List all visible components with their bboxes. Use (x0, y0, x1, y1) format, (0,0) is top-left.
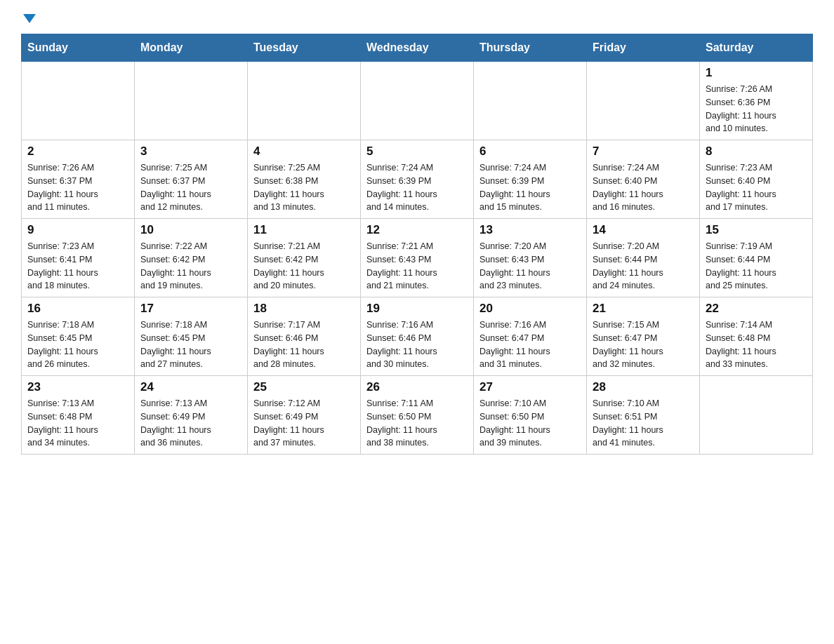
day-number: 23 (27, 380, 128, 394)
calendar-cell: 17Sunrise: 7:18 AM Sunset: 6:45 PM Dayli… (135, 297, 248, 376)
calendar-week-row: 16Sunrise: 7:18 AM Sunset: 6:45 PM Dayli… (22, 297, 813, 376)
calendar-cell: 5Sunrise: 7:24 AM Sunset: 6:39 PM Daylig… (361, 140, 474, 219)
day-info: Sunrise: 7:17 AM Sunset: 6:46 PM Dayligh… (253, 318, 355, 371)
calendar-cell (587, 62, 700, 140)
calendar-cell: 25Sunrise: 7:12 AM Sunset: 6:49 PM Dayli… (248, 376, 361, 455)
calendar-cell (248, 62, 361, 140)
calendar-cell: 20Sunrise: 7:16 AM Sunset: 6:47 PM Dayli… (474, 297, 587, 376)
calendar-cell: 3Sunrise: 7:25 AM Sunset: 6:37 PM Daylig… (135, 140, 248, 219)
day-number: 22 (706, 302, 807, 316)
day-info: Sunrise: 7:21 AM Sunset: 6:43 PM Dayligh… (366, 240, 468, 293)
calendar-cell: 6Sunrise: 7:24 AM Sunset: 6:39 PM Daylig… (474, 140, 587, 219)
day-info: Sunrise: 7:12 AM Sunset: 6:49 PM Dayligh… (253, 397, 355, 450)
calendar-cell: 27Sunrise: 7:10 AM Sunset: 6:50 PM Dayli… (474, 376, 587, 455)
day-number: 19 (366, 302, 468, 316)
day-number: 12 (366, 223, 468, 237)
day-number: 7 (593, 145, 694, 159)
day-number: 28 (593, 380, 694, 394)
weekday-header-sunday: Sunday (22, 34, 135, 62)
day-info: Sunrise: 7:13 AM Sunset: 6:49 PM Dayligh… (140, 397, 241, 450)
day-info: Sunrise: 7:19 AM Sunset: 6:44 PM Dayligh… (706, 240, 807, 293)
calendar-cell: 24Sunrise: 7:13 AM Sunset: 6:49 PM Dayli… (135, 376, 248, 455)
day-info: Sunrise: 7:23 AM Sunset: 6:41 PM Dayligh… (27, 240, 128, 293)
day-info: Sunrise: 7:24 AM Sunset: 6:40 PM Dayligh… (593, 161, 694, 214)
logo-general (21, 14, 36, 27)
calendar-week-row: 2Sunrise: 7:26 AM Sunset: 6:37 PM Daylig… (22, 140, 813, 219)
day-number: 14 (593, 223, 694, 237)
calendar-week-row: 9Sunrise: 7:23 AM Sunset: 6:41 PM Daylig… (22, 219, 813, 297)
calendar-cell: 11Sunrise: 7:21 AM Sunset: 6:42 PM Dayli… (248, 219, 361, 297)
day-info: Sunrise: 7:10 AM Sunset: 6:51 PM Dayligh… (593, 397, 694, 450)
calendar-cell: 16Sunrise: 7:18 AM Sunset: 6:45 PM Dayli… (22, 297, 135, 376)
calendar-cell: 1Sunrise: 7:26 AM Sunset: 6:36 PM Daylig… (700, 62, 813, 140)
day-number: 18 (253, 302, 355, 316)
day-info: Sunrise: 7:18 AM Sunset: 6:45 PM Dayligh… (140, 318, 241, 371)
calendar-cell: 9Sunrise: 7:23 AM Sunset: 6:41 PM Daylig… (22, 219, 135, 297)
calendar-cell: 12Sunrise: 7:21 AM Sunset: 6:43 PM Dayli… (361, 219, 474, 297)
day-number: 6 (479, 145, 581, 159)
day-number: 8 (706, 145, 807, 159)
calendar-cell (135, 62, 248, 140)
day-info: Sunrise: 7:20 AM Sunset: 6:43 PM Dayligh… (479, 240, 581, 293)
calendar-cell: 22Sunrise: 7:14 AM Sunset: 6:48 PM Dayli… (700, 297, 813, 376)
calendar-cell: 28Sunrise: 7:10 AM Sunset: 6:51 PM Dayli… (587, 376, 700, 455)
day-info: Sunrise: 7:26 AM Sunset: 6:37 PM Dayligh… (27, 161, 128, 214)
weekday-header-tuesday: Tuesday (248, 34, 361, 62)
weekday-header-thursday: Thursday (474, 34, 587, 62)
calendar-cell: 26Sunrise: 7:11 AM Sunset: 6:50 PM Dayli… (361, 376, 474, 455)
day-number: 27 (479, 380, 581, 394)
day-info: Sunrise: 7:26 AM Sunset: 6:36 PM Dayligh… (706, 83, 807, 135)
day-info: Sunrise: 7:16 AM Sunset: 6:46 PM Dayligh… (366, 318, 468, 371)
day-number: 10 (140, 223, 241, 237)
calendar-week-row: 23Sunrise: 7:13 AM Sunset: 6:48 PM Dayli… (22, 376, 813, 455)
day-info: Sunrise: 7:24 AM Sunset: 6:39 PM Dayligh… (366, 161, 468, 214)
logo (21, 14, 36, 27)
day-number: 17 (140, 302, 241, 316)
day-number: 20 (479, 302, 581, 316)
day-info: Sunrise: 7:23 AM Sunset: 6:40 PM Dayligh… (706, 161, 807, 214)
weekday-header-row: SundayMondayTuesdayWednesdayThursdayFrid… (22, 34, 813, 62)
day-number: 13 (479, 223, 581, 237)
calendar-cell (474, 62, 587, 140)
day-info: Sunrise: 7:15 AM Sunset: 6:47 PM Dayligh… (593, 318, 694, 371)
day-info: Sunrise: 7:10 AM Sunset: 6:50 PM Dayligh… (479, 397, 581, 450)
day-number: 16 (27, 302, 128, 316)
weekday-header-monday: Monday (135, 34, 248, 62)
day-info: Sunrise: 7:13 AM Sunset: 6:48 PM Dayligh… (27, 397, 128, 450)
calendar-cell: 14Sunrise: 7:20 AM Sunset: 6:44 PM Dayli… (587, 219, 700, 297)
day-info: Sunrise: 7:24 AM Sunset: 6:39 PM Dayligh… (479, 161, 581, 214)
calendar-cell: 4Sunrise: 7:25 AM Sunset: 6:38 PM Daylig… (248, 140, 361, 219)
calendar-cell: 19Sunrise: 7:16 AM Sunset: 6:46 PM Dayli… (361, 297, 474, 376)
day-info: Sunrise: 7:25 AM Sunset: 6:37 PM Dayligh… (140, 161, 241, 214)
day-number: 9 (27, 223, 128, 237)
calendar-cell (361, 62, 474, 140)
calendar-cell (700, 376, 813, 455)
day-number: 15 (706, 223, 807, 237)
weekday-header-saturday: Saturday (700, 34, 813, 62)
day-info: Sunrise: 7:21 AM Sunset: 6:42 PM Dayligh… (253, 240, 355, 293)
day-number: 11 (253, 223, 355, 237)
weekday-header-wednesday: Wednesday (361, 34, 474, 62)
calendar-cell (22, 62, 135, 140)
day-info: Sunrise: 7:20 AM Sunset: 6:44 PM Dayligh… (593, 240, 694, 293)
day-number: 1 (706, 66, 807, 80)
page-header (21, 14, 813, 27)
calendar-cell: 8Sunrise: 7:23 AM Sunset: 6:40 PM Daylig… (700, 140, 813, 219)
day-number: 25 (253, 380, 355, 394)
calendar-cell: 15Sunrise: 7:19 AM Sunset: 6:44 PM Dayli… (700, 219, 813, 297)
logo-arrow-icon (23, 14, 36, 23)
day-number: 21 (593, 302, 694, 316)
day-info: Sunrise: 7:16 AM Sunset: 6:47 PM Dayligh… (479, 318, 581, 371)
day-number: 4 (253, 145, 355, 159)
day-info: Sunrise: 7:22 AM Sunset: 6:42 PM Dayligh… (140, 240, 241, 293)
day-info: Sunrise: 7:25 AM Sunset: 6:38 PM Dayligh… (253, 161, 355, 214)
calendar-cell: 18Sunrise: 7:17 AM Sunset: 6:46 PM Dayli… (248, 297, 361, 376)
calendar-cell: 10Sunrise: 7:22 AM Sunset: 6:42 PM Dayli… (135, 219, 248, 297)
day-number: 3 (140, 145, 241, 159)
calendar-cell: 23Sunrise: 7:13 AM Sunset: 6:48 PM Dayli… (22, 376, 135, 455)
day-number: 24 (140, 380, 241, 394)
day-info: Sunrise: 7:11 AM Sunset: 6:50 PM Dayligh… (366, 397, 468, 450)
day-info: Sunrise: 7:18 AM Sunset: 6:45 PM Dayligh… (27, 318, 128, 371)
day-number: 2 (27, 145, 128, 159)
calendar-week-row: 1Sunrise: 7:26 AM Sunset: 6:36 PM Daylig… (22, 62, 813, 140)
